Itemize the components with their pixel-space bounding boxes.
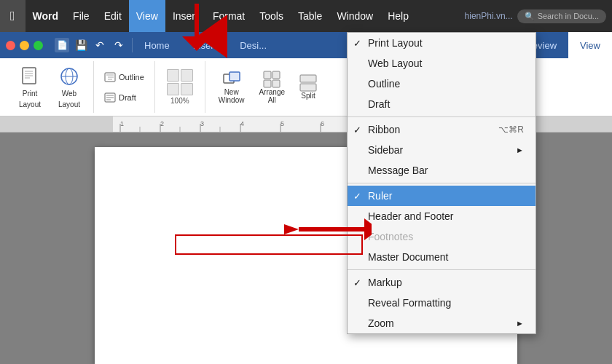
menu-item-draft[interactable]: Draft <box>348 94 536 114</box>
menu-item-sidebar[interactable]: Sidebar ► <box>348 140 536 160</box>
svg-rect-20 <box>264 80 271 87</box>
undo-icon[interactable]: ↶ <box>93 38 107 52</box>
svg-rect-18 <box>264 71 271 79</box>
outline-group: Outline Draft <box>94 61 155 113</box>
menu-window[interactable]: Window <box>329 0 380 32</box>
separator-1 <box>348 116 536 117</box>
tab-design[interactable]: Desi... <box>228 32 278 58</box>
zoom-doc-icon4 <box>181 83 193 95</box>
maximize-button[interactable] <box>34 41 43 50</box>
tab-insert[interactable]: Insert <box>181 32 229 58</box>
shortcut-ribbon: ⌥⌘R <box>498 124 524 135</box>
new-window-label2: Window <box>219 96 245 104</box>
check-markup: ✓ <box>353 277 361 288</box>
separator-2 <box>348 183 536 183</box>
menu-table[interactable]: Table <box>291 0 329 32</box>
menu-item-message-bar[interactable]: Message Bar <box>348 160 536 181</box>
menu-item-reveal-formatting[interactable]: Reveal Formatting <box>348 293 536 313</box>
menu-item-markup[interactable]: ✓ Markup <box>348 272 536 293</box>
menu-label-reveal-formatting: Reveal Formatting <box>368 297 451 309</box>
draft-label: Draft <box>119 93 136 102</box>
menu-item-footnotes: Footnotes <box>348 226 536 247</box>
menu-item-ruler[interactable]: ✓ Ruler <box>348 186 536 206</box>
menu-format[interactable]: Format <box>205 0 252 32</box>
menu-view[interactable]: View <box>129 0 165 32</box>
search-placeholder: Search in Docu... <box>538 12 599 20</box>
menu-item-master-doc[interactable]: Master Document <box>348 247 536 267</box>
print-layout-label: Print <box>23 90 38 98</box>
new-window-btn[interactable]: New Window <box>211 63 252 112</box>
tab-view[interactable]: View <box>568 32 612 58</box>
menu-label-markup: Markup <box>368 277 402 288</box>
web-layout-label2: Layout <box>58 100 80 108</box>
menu-label-web-layout: Web Layout <box>368 58 422 69</box>
menu-help[interactable]: Help <box>380 0 416 32</box>
outline-label: Outline <box>119 73 144 82</box>
split-label: Split <box>301 92 315 100</box>
apple-menu[interactable]:  <box>0 0 26 32</box>
check-ruler: ✓ <box>353 191 361 202</box>
menu-file[interactable]: File <box>66 0 97 32</box>
menu-label-ruler: Ruler <box>368 190 392 202</box>
arrow-sidebar: ► <box>516 146 524 154</box>
outline-btn[interactable]: Outline <box>100 68 149 86</box>
menu-item-zoom[interactable]: Zoom ► <box>348 313 536 333</box>
arrange-all-label: Arrange <box>259 88 285 96</box>
check-print-layout: ✓ <box>353 38 361 49</box>
url-display: hienPhi.vn... <box>465 11 513 21</box>
svg-rect-21 <box>272 80 280 87</box>
separator-3 <box>348 269 536 270</box>
print-layout-icon <box>20 66 40 87</box>
check-ribbon: ✓ <box>353 124 361 135</box>
menu-label-message-bar: Message Bar <box>368 165 428 176</box>
menu-label-outline: Outline <box>368 78 400 90</box>
svg-rect-19 <box>272 71 280 79</box>
arrange-all-label2: All <box>268 96 276 104</box>
print-layout-label2: Layout <box>19 100 41 108</box>
print-layout-btn[interactable]: Print Layout <box>12 64 48 111</box>
svg-rect-22 <box>300 75 316 82</box>
web-layout-label: Web <box>62 90 76 98</box>
menu-item-outline[interactable]: Outline <box>348 74 536 94</box>
zoom-doc-icon3 <box>167 83 179 95</box>
menu-item-web-layout[interactable]: Web Layout <box>348 53 536 74</box>
arrange-all-btn[interactable]: Arrange All <box>251 63 292 112</box>
split-btn[interactable]: Split <box>292 63 324 112</box>
new-window-label: New <box>224 88 239 96</box>
menu-label-print-layout: Print Layout <box>368 37 423 49</box>
menu-word[interactable]: Word <box>26 0 66 32</box>
menu-label-master-doc: Master Document <box>368 251 448 263</box>
minimize-button[interactable] <box>20 41 29 50</box>
menu-label-header-footer: Header and Footer <box>368 210 454 222</box>
redo-icon[interactable]: ↷ <box>111 38 126 52</box>
svg-rect-17 <box>230 72 240 81</box>
menu-bar:  Word File Edit View Insert Format Tool… <box>0 0 612 32</box>
save-icon[interactable]: 💾 <box>74 38 88 52</box>
zoom-group: 100% <box>155 61 205 113</box>
menu-edit[interactable]: Edit <box>97 0 129 32</box>
zoom-doc-icon2 <box>181 69 193 82</box>
layout-group: Print Layout Web Layout <box>6 61 94 113</box>
arrow-zoom: ► <box>516 319 524 328</box>
menu-item-print-layout[interactable]: ✓ Print Layout <box>348 33 536 53</box>
menu-tools[interactable]: Tools <box>252 0 291 32</box>
search-bar[interactable]: 🔍 Search in Docu... <box>517 9 606 23</box>
menu-insert[interactable]: Insert <box>165 0 205 32</box>
menu-label-sidebar: Sidebar <box>368 144 403 156</box>
menu-label-draft: Draft <box>368 98 390 110</box>
menu-label-ribbon: Ribbon <box>368 124 400 135</box>
tab-home[interactable]: Home <box>133 32 181 58</box>
menu-item-ribbon[interactable]: ✓ Ribbon ⌥⌘R <box>348 119 536 140</box>
close-button[interactable] <box>6 41 15 50</box>
zoom-doc-icon1 <box>167 69 179 82</box>
search-icon: 🔍 <box>525 12 535 21</box>
draft-btn[interactable]: Draft <box>100 89 141 106</box>
window-group: New Window Arrange All Split <box>205 61 330 113</box>
menu-item-header-footer[interactable]: Header and Footer <box>348 206 536 226</box>
web-layout-btn[interactable]: Web Layout <box>51 64 87 111</box>
menu-label-footnotes: Footnotes <box>368 231 413 242</box>
web-layout-icon <box>59 66 79 87</box>
zoom-percent-label: 100% <box>170 97 189 105</box>
doc-icon[interactable]: 📄 <box>55 38 69 52</box>
svg-rect-23 <box>300 84 316 91</box>
